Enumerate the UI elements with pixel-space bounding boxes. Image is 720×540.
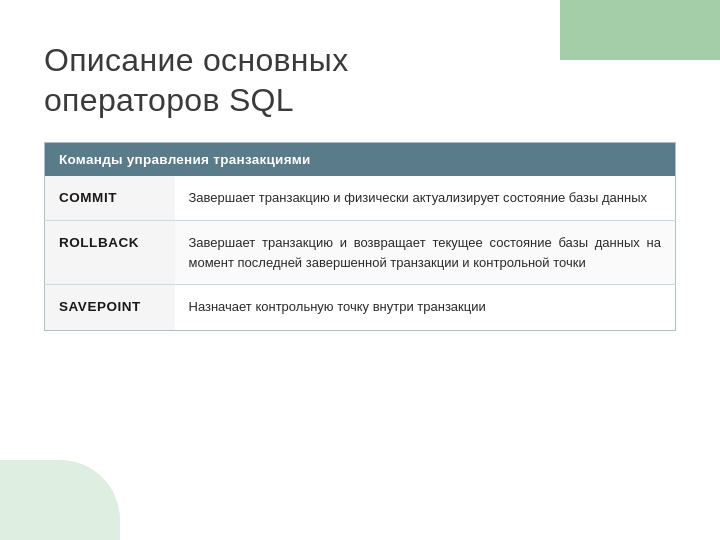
- description-cell: Назначает контрольную точку внутри транз…: [175, 285, 676, 330]
- command-cell: COMMIT: [45, 176, 175, 221]
- table-row: ROLLBACKЗавершает транзакцию и возвращае…: [45, 221, 676, 285]
- description-cell: Завершает транзакцию и возвращает текуще…: [175, 221, 676, 285]
- corner-accent-top-right: [560, 0, 720, 60]
- table-header: Команды управления транзакциями: [45, 143, 676, 177]
- slide: Описание основных операторов SQL Команды…: [0, 0, 720, 540]
- command-cell: SAVEPOINT: [45, 285, 175, 330]
- command-cell: ROLLBACK: [45, 221, 175, 285]
- transactions-table: Команды управления транзакциями COMMITЗа…: [44, 142, 676, 331]
- description-cell: Завершает транзакцию и физически актуали…: [175, 176, 676, 221]
- table-row: COMMITЗавершает транзакцию и физически а…: [45, 176, 676, 221]
- table-row: SAVEPOINTНазначает контрольную точку вну…: [45, 285, 676, 330]
- corner-accent-bottom-left: [0, 460, 120, 540]
